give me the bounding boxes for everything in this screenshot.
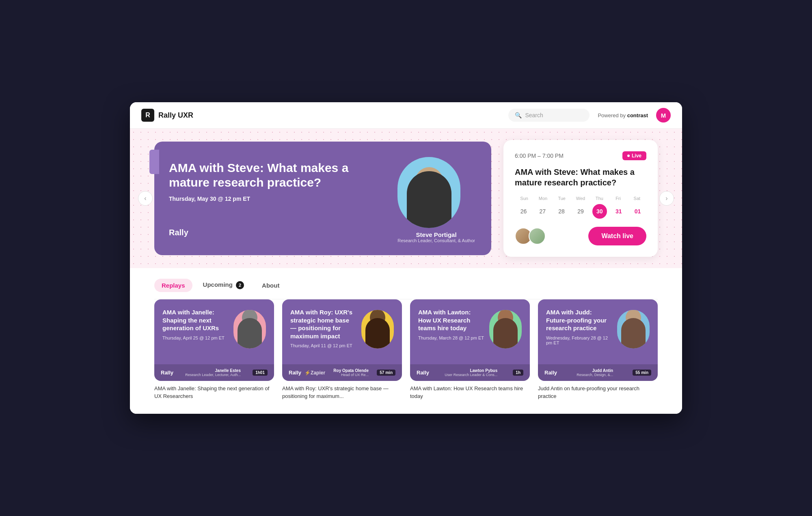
cal-date-01[interactable]: 01 xyxy=(631,204,645,219)
rally-logo-area: Rally xyxy=(169,226,388,239)
person-3-body xyxy=(621,318,646,348)
cal-date-27[interactable]: 27 xyxy=(535,204,550,219)
hero-speaker-info: Steve Portigal Research Leader, Consulta… xyxy=(397,231,475,243)
event-card-3-content: AMA with Judd: Future-proofing your rese… xyxy=(538,299,658,364)
cal-day-wed: Wed xyxy=(571,196,590,201)
card-3-rally-logo: Rally xyxy=(544,370,557,376)
card-1-speaker-role: Head of UX Re... xyxy=(333,373,369,377)
card-1-speaker: Roy Opata Olende Head of UX Re... xyxy=(333,368,369,377)
event-card-0-date: Thursday, April 25 @ 12 pm ET xyxy=(162,335,229,340)
event-card-1-inner[interactable]: AMA with Roy: UXR's strategic home base … xyxy=(282,299,402,381)
cal-date-30[interactable]: 30 xyxy=(592,204,607,219)
calendar-header: Sun Mon Tue Wed Thu Fri Sat xyxy=(515,196,646,201)
search-placeholder: Search xyxy=(525,112,543,118)
app-title: Rally UXR xyxy=(158,111,193,120)
search-bar[interactable]: 🔍 Search xyxy=(508,109,590,122)
event-card-2-title: AMA with Lawton: How UX Research teams h… xyxy=(418,308,484,332)
speaker-avatar-2 xyxy=(529,228,546,245)
watch-live-button[interactable]: Watch live xyxy=(588,227,646,245)
svg-text:Rally: Rally xyxy=(169,228,189,237)
hero-card-container: AMA with Steve: What makes a mature rese… xyxy=(154,142,491,255)
tab-replays[interactable]: Replays xyxy=(154,279,192,292)
card-2-description: AMA with Lawton: How UX Research teams h… xyxy=(410,381,530,401)
logo-icon: R xyxy=(141,109,154,122)
event-card-1-content: AMA with Roy: UXR's strategic home base … xyxy=(282,299,402,364)
hero-card-text: AMA with Steve: What makes a mature rese… xyxy=(169,161,388,239)
cal-date-31[interactable]: 31 xyxy=(611,204,626,219)
person-2-body xyxy=(493,318,518,348)
event-card-3-portrait xyxy=(617,310,650,348)
event-card-1-title: AMA with Roy: UXR's strategic home base … xyxy=(290,308,356,340)
hero-card-date: Thursday, May 30 @ 12 pm ET xyxy=(169,196,388,202)
card-0-rally-logo: Rally xyxy=(161,370,173,376)
person-0 xyxy=(233,310,266,348)
card-1-zapier-logo: ⚡Zapier xyxy=(304,370,325,376)
event-card-0-inner[interactable]: AMA with Janelle: Shaping the next gener… xyxy=(154,299,274,381)
event-card-1-footer: Rally ⚡Zapier Roy Opata Olende Head of U… xyxy=(282,364,402,381)
speaker-body xyxy=(407,171,451,228)
person-0-body xyxy=(238,318,262,348)
event-card-1-text: AMA with Roy: UXR's strategic home base … xyxy=(290,308,356,359)
card-3-duration: 55 min xyxy=(633,370,651,376)
hero-right-bottom: Watch live xyxy=(515,227,646,245)
card-0-description: AMA with Janelle: Shaping the next gener… xyxy=(154,381,274,401)
tab-about[interactable]: About xyxy=(255,279,287,292)
user-avatar[interactable]: M xyxy=(656,108,671,123)
event-card-2-text: AMA with Lawton: How UX Research teams h… xyxy=(418,308,484,359)
hero-speaker-name: Steve Portigal xyxy=(397,231,475,238)
event-card-3-inner[interactable]: AMA with Judd: Future-proofing your rese… xyxy=(538,299,658,381)
event-card-3[interactable]: AMA with Judd: Future-proofing your rese… xyxy=(538,299,658,401)
hero-card-title: AMA with Steve: What makes a mature rese… xyxy=(169,161,388,190)
calendar-dates: 26 27 28 29 30 31 01 xyxy=(515,204,646,219)
event-card-3-date: Wednesday, February 28 @ 12 pm ET xyxy=(546,335,612,345)
card-2-rally-logo: Rally xyxy=(417,370,429,376)
card-2-speaker-name: Lawton Pybus xyxy=(445,368,497,373)
cal-date-28[interactable]: 28 xyxy=(554,204,569,219)
card-2-speaker: Lawton Pybus User Research Leader & Cons… xyxy=(445,368,497,377)
event-card-2-content: AMA with Lawton: How UX Research teams h… xyxy=(410,299,530,364)
card-1-rally-logo: Rally xyxy=(289,370,301,376)
cards-section: AMA with Janelle: Shaping the next gener… xyxy=(130,299,682,413)
card-0-speaker-name: Janelle Estes xyxy=(185,368,241,373)
hero-speaker-role: Research Leader, Consultant, & Author xyxy=(397,238,475,243)
next-arrow[interactable]: › xyxy=(659,191,674,206)
event-card-2[interactable]: AMA with Lawton: How UX Research teams h… xyxy=(410,299,530,401)
event-card-0-title: AMA with Janelle: Shaping the next gener… xyxy=(162,308,229,332)
cal-day-mon: Mon xyxy=(533,196,552,201)
cal-day-fri: Fri xyxy=(609,196,627,201)
person-1 xyxy=(361,310,394,348)
hero-card: AMA with Steve: What makes a mature rese… xyxy=(154,142,491,255)
header-right: 🔍 Search Powered by contrast M xyxy=(508,108,671,123)
hero-right-panel: 6:00 PM – 7:00 PM Live AMA with Steve: W… xyxy=(503,140,658,257)
event-card-0[interactable]: AMA with Janelle: Shaping the next gener… xyxy=(154,299,274,401)
event-card-0-portrait xyxy=(233,310,266,348)
card-0-speaker: Janelle Estes Research Leader, Lecturer,… xyxy=(185,368,241,377)
person-3 xyxy=(617,310,650,348)
cal-day-sat: Sat xyxy=(628,196,646,201)
cal-day-tue: Tue xyxy=(553,196,571,201)
event-card-2-inner[interactable]: AMA with Lawton: How UX Research teams h… xyxy=(410,299,530,381)
card-2-logos: Rally xyxy=(417,370,429,376)
powered-by-label: Powered by contrast xyxy=(598,112,648,118)
prev-arrow[interactable]: ‹ xyxy=(138,191,153,206)
cal-date-29[interactable]: 29 xyxy=(573,204,588,219)
speakers-avatars xyxy=(515,228,542,245)
tab-upcoming[interactable]: Upcoming 2 xyxy=(196,278,252,292)
event-card-1[interactable]: AMA with Roy: UXR's strategic home base … xyxy=(282,299,402,401)
cards-grid: AMA with Janelle: Shaping the next gener… xyxy=(154,299,658,401)
card-2-speaker-role: User Research Leader & Cons... xyxy=(445,373,497,377)
cal-date-26[interactable]: 26 xyxy=(516,204,531,219)
logo-area: R Rally UXR xyxy=(141,109,508,122)
tab-upcoming-badge: 2 xyxy=(236,281,244,289)
hero-event-title: AMA with Steve: What makes a mature rese… xyxy=(515,167,646,188)
hero-section: ‹ AMA with Steve: What makes a mature re… xyxy=(130,129,682,268)
card-2-duration: 1h xyxy=(513,370,523,376)
person-2 xyxy=(489,310,522,348)
event-card-0-text: AMA with Janelle: Shaping the next gener… xyxy=(162,308,229,359)
card-0-speaker-role: Research Leader, Lecturer, Auth... xyxy=(185,373,241,377)
search-icon: 🔍 xyxy=(515,112,522,118)
hero-speaker-portrait xyxy=(397,157,460,228)
event-time: 6:00 PM – 7:00 PM xyxy=(515,153,564,159)
card-0-duration: 1h01 xyxy=(253,370,268,376)
tabs: Replays Upcoming 2 About xyxy=(154,278,658,292)
